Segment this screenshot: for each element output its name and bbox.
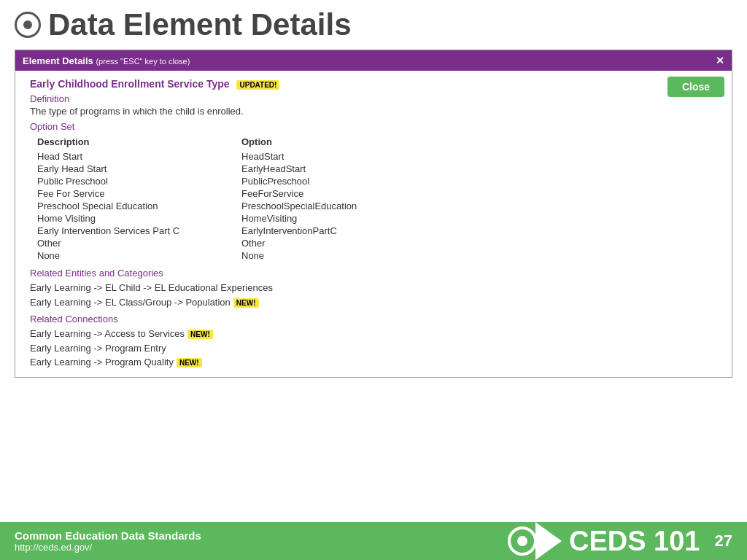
table-cell-option: Other (234, 237, 717, 249)
table-cell-description: Home Visiting (30, 212, 234, 225)
footer-logo (508, 522, 562, 560)
footer-arrow-icon (535, 522, 562, 560)
table-cell-description: Other (30, 237, 234, 249)
table-cell-description: Head Start (30, 150, 234, 163)
target-icon (15, 12, 41, 38)
page-title: Data Element Details (48, 7, 352, 42)
list-item: Early Learning -> EL Class/Group -> Popu… (30, 295, 717, 310)
footer-logo-circle (508, 526, 537, 556)
table-cell-option: FeeForService (234, 187, 717, 200)
close-button[interactable]: Close (667, 77, 724, 97)
list-item: Early Learning -> Program Entry (30, 341, 717, 356)
table-row: Home VisitingHomeVisiting (30, 212, 717, 225)
list-item: Early Learning -> Access to ServicesNEW! (30, 327, 717, 341)
table-cell-description: Early Intervention Services Part C (30, 225, 234, 237)
updated-badge: UPDATED! (236, 80, 279, 90)
new-badge: NEW! (177, 358, 202, 368)
table-row: Early Head StartEarlyHeadStart (30, 163, 717, 175)
table-row: Head StartHeadStart (30, 150, 717, 163)
element-details-box: Element Details (press "ESC" key to clos… (15, 50, 732, 378)
table-cell-description: Preschool Special Education (30, 200, 234, 212)
options-table: Description Option Head StartHeadStartEa… (30, 135, 717, 262)
element-details-header-label: Element Details (press "ESC" key to clos… (23, 55, 190, 66)
close-x-icon[interactable]: ✕ (716, 55, 724, 66)
related-connections-list: Early Learning -> Access to ServicesNEW!… (30, 327, 717, 370)
related-connections-label: Related Connections (30, 314, 717, 324)
definition-label: Definition (30, 93, 717, 104)
footer-page-number: 27 (715, 532, 732, 551)
option-set-label: Option Set (30, 121, 717, 132)
list-item: Early Learning -> EL Child -> EL Educati… (30, 281, 717, 295)
footer-org-name: Common Education Data Standards (15, 529, 493, 542)
footer-logo-dot (517, 536, 527, 546)
footer-ceds-title: CEDS 101 (569, 526, 700, 557)
footer-left: Common Education Data Standards http://c… (0, 529, 508, 553)
footer-url: http://ceds.ed.gov/ (15, 542, 493, 553)
target-icon-inner (23, 20, 32, 29)
element-details-content: Close Early Childhood Enrollment Service… (15, 71, 732, 377)
table-row: Early Intervention Services Part CEarlyI… (30, 225, 717, 237)
table-cell-option: HeadStart (234, 150, 717, 163)
table-cell-description: Public Preschool (30, 175, 234, 187)
page-header: Data Element Details (0, 0, 747, 46)
table-cell-description: Early Head Start (30, 163, 234, 175)
element-details-header-subtitle: (press "ESC" key to close) (96, 57, 190, 66)
new-badge: NEW! (233, 298, 259, 308)
related-entities-list: Early Learning -> EL Child -> EL Educati… (30, 281, 717, 309)
table-row: NoneNone (30, 249, 717, 262)
element-title: Early Childhood Enrollment Service Type … (30, 78, 717, 90)
col-option: Option (234, 135, 717, 150)
new-badge: NEW! (187, 330, 213, 339)
list-item: Early Learning -> Program QualityNEW! (30, 355, 717, 370)
table-row: Preschool Special EducationPreschoolSpec… (30, 200, 717, 212)
table-row: Fee For ServiceFeeForService (30, 187, 717, 200)
table-cell-description: Fee For Service (30, 187, 234, 200)
table-cell-option: EarlyHeadStart (234, 163, 717, 175)
element-details-header: Element Details (press "ESC" key to clos… (15, 50, 732, 71)
table-row: Public PreschoolPublicPreschool (30, 175, 717, 187)
table-cell-option: HomeVisiting (234, 212, 717, 225)
related-entities-label: Related Entities and Categories (30, 268, 717, 279)
table-cell-option: None (234, 249, 717, 262)
table-row: OtherOther (30, 237, 717, 249)
page-footer: Common Education Data Standards http://c… (0, 522, 747, 560)
col-description: Description (30, 135, 234, 150)
table-cell-option: PreschoolSpecialEducation (234, 200, 717, 212)
table-cell-option: PublicPreschool (234, 175, 717, 187)
table-cell-description: None (30, 249, 234, 262)
table-cell-option: EarlyInterventionPartC (234, 225, 717, 237)
definition-text: The type of programs in which the child … (30, 106, 717, 117)
